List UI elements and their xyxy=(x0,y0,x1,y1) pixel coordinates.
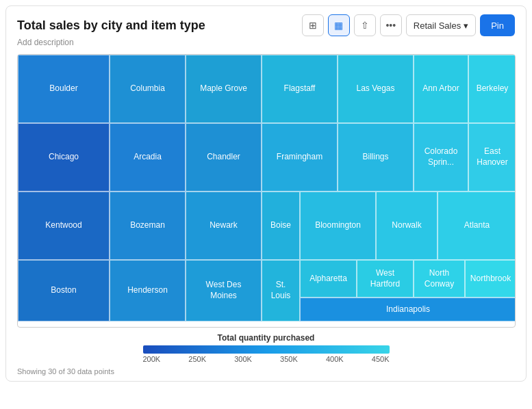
treemap-cell[interactable]: Atlanta xyxy=(438,192,516,260)
page-title: Total sales by city and item type xyxy=(17,18,205,33)
more-button[interactable]: ••• xyxy=(380,14,402,36)
treemap-cell[interactable]: Boston xyxy=(18,260,110,321)
chart-view-button[interactable]: ▦ xyxy=(328,14,350,36)
treemap-cell[interactable]: Bloomington xyxy=(300,192,376,260)
cell-label: Framingham xyxy=(274,150,325,164)
cell-label: Berkeley xyxy=(474,82,511,96)
treemap-cell[interactable]: Northbrook xyxy=(465,260,516,298)
treemap-cell[interactable]: Framingham xyxy=(262,123,338,192)
cell-label: Boise xyxy=(268,219,294,233)
cell-label: Bloomington xyxy=(312,219,364,233)
treemap-cell[interactable]: Berkeley xyxy=(468,55,516,123)
treemap-cell[interactable]: West Des Moines xyxy=(186,260,262,321)
cell-label: Boston xyxy=(48,284,79,298)
grid-view-button[interactable]: ⊞ xyxy=(302,14,324,36)
treemap-cell[interactable]: Kentwood xyxy=(18,192,110,260)
retail-sales-dropdown[interactable]: Retail Sales ▾ xyxy=(406,14,476,36)
treemap-cell[interactable]: East Hanover xyxy=(468,123,516,192)
legend-label: 300K xyxy=(234,355,252,363)
treemap-cell[interactable]: Indianapolis xyxy=(300,298,516,321)
cell-label: Flagstaff xyxy=(281,82,318,96)
cell-label: Arcadia xyxy=(131,150,164,164)
treemap-cell[interactable]: Newark xyxy=(186,192,262,260)
cell-label: Billings xyxy=(359,150,391,164)
legend-label: 350K xyxy=(280,355,298,363)
legend: Total quantity purchased 200K250K300K350… xyxy=(17,333,515,363)
cell-label: St. Louis xyxy=(262,278,299,302)
treemap-cell[interactable]: North Conway xyxy=(414,260,465,298)
cell-label: Ann Arbor xyxy=(420,82,461,96)
treemap-cell[interactable]: Norwalk xyxy=(376,192,438,260)
cell-label: Bozeman xyxy=(127,219,168,233)
card: Total sales by city and item type ⊞ ▦ ⇧ … xyxy=(5,5,527,382)
cell-label: Maple Grove xyxy=(197,82,250,96)
treemap: BoulderColumbiaMaple GroveFlagstaffLas V… xyxy=(17,54,516,328)
treemap-cell[interactable]: Flagstaff xyxy=(262,55,338,123)
treemap-cell[interactable]: Alpharetta xyxy=(300,260,357,298)
footer-note: Showing 30 of 30 data points xyxy=(17,367,515,375)
legend-labels: 200K250K300K350K400K450K xyxy=(143,355,390,363)
cell-label: Chicago xyxy=(46,150,81,164)
cell-label: Indianapolis xyxy=(383,303,433,317)
pin-button[interactable]: Pin xyxy=(480,14,515,36)
treemap-cell[interactable]: Maple Grove xyxy=(186,55,262,123)
cell-label: Boulder xyxy=(47,82,80,96)
legend-label: 200K xyxy=(143,355,161,363)
treemap-cell[interactable]: Columbia xyxy=(110,55,186,123)
treemap-cell[interactable]: Colorado Sprin... xyxy=(414,123,468,192)
treemap-cell[interactable]: West Hartford xyxy=(357,260,414,298)
treemap-cell[interactable]: Las Vegas xyxy=(338,55,414,123)
cell-label: Las Vegas xyxy=(353,82,397,96)
treemap-cell[interactable]: St. Louis xyxy=(262,260,300,321)
cell-label: Colorado Sprin... xyxy=(414,145,468,169)
cell-label: Chandler xyxy=(204,150,243,164)
cell-label: Kentwood xyxy=(42,219,84,233)
cell-label: Atlanta xyxy=(461,219,492,233)
cell-label: West Hartford xyxy=(357,267,413,291)
treemap-cell[interactable]: Chicago xyxy=(18,123,110,192)
cell-label: Alpharetta xyxy=(307,272,350,286)
treemap-cell[interactable]: Boulder xyxy=(18,55,110,123)
header-actions: ⊞ ▦ ⇧ ••• Retail Sales ▾ Pin xyxy=(302,14,515,36)
cell-label: Newark xyxy=(207,219,240,233)
chevron-down-icon: ▾ xyxy=(464,21,468,31)
cell-label: Columbia xyxy=(127,82,168,96)
cell-label: Henderson xyxy=(125,284,170,298)
header: Total sales by city and item type ⊞ ▦ ⇧ … xyxy=(17,14,515,36)
treemap-cell[interactable]: Arcadia xyxy=(110,123,186,192)
cell-label: Northbrook xyxy=(468,272,514,286)
treemap-cell[interactable]: Boise xyxy=(262,192,300,260)
treemap-cell[interactable]: Henderson xyxy=(110,260,186,321)
chart-icon: ▦ xyxy=(334,20,343,31)
legend-label: 450K xyxy=(372,355,390,363)
cell-label: East Hanover xyxy=(469,145,516,169)
cell-label: Norwalk xyxy=(389,219,424,233)
cell-label: North Conway xyxy=(422,267,457,291)
share-icon: ⇧ xyxy=(361,20,369,31)
grid-icon: ⊞ xyxy=(309,20,317,31)
legend-label: 400K xyxy=(326,355,344,363)
cell-label: West Des Moines xyxy=(203,278,244,302)
legend-title: Total quantity purchased xyxy=(218,333,315,343)
legend-gradient xyxy=(143,345,390,354)
legend-label: 250K xyxy=(188,355,206,363)
share-button[interactable]: ⇧ xyxy=(354,14,376,36)
treemap-cell[interactable]: Chandler xyxy=(186,123,262,192)
treemap-cell[interactable]: Bozeman xyxy=(110,192,186,260)
subtitle[interactable]: Add description xyxy=(17,38,515,47)
treemap-cell[interactable]: Billings xyxy=(338,123,414,192)
treemap-cell[interactable]: Ann Arbor xyxy=(414,55,468,123)
retail-sales-label: Retail Sales xyxy=(414,21,461,31)
more-icon: ••• xyxy=(385,20,396,31)
